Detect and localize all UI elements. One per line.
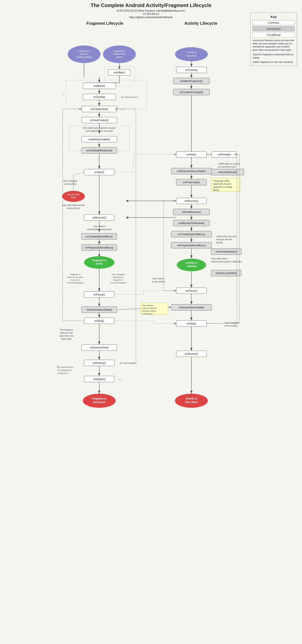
svg-text:Fragment is: Fragment is	[78, 50, 90, 52]
svg-text:destroyed: destroyed	[93, 401, 105, 404]
svg-text:Called when the user: Called when the user	[216, 235, 236, 238]
subtitle2: CC-BY-SA 4.0	[55, 13, 247, 15]
svg-text:layout: layout	[116, 56, 123, 58]
svg-line-55	[73, 172, 84, 175]
svg-text:interacts with the: interacts with the	[216, 238, 232, 241]
svg-text:killed: killed	[71, 196, 76, 199]
svg-text:onStop(): onStop()	[94, 319, 104, 322]
svg-text:onRestoreInstanceState(): onRestoreInstanceState()	[177, 170, 206, 173]
svg-text:onAttachedToWindow(): onAttachedToWindow()	[178, 222, 204, 225]
key-uncommon: Uncommon	[253, 26, 295, 31]
key-desc1: Uncommon lifecycle events are ones that …	[253, 39, 295, 51]
svg-text:Only called upon fragment crea: Only called upon fragment creation	[83, 127, 116, 129]
svg-text:active: active	[96, 262, 103, 265]
svg-text:added to: added to	[80, 53, 88, 55]
svg-text:removed/replaced: removed/replaced	[110, 282, 126, 284]
svg-text:setHasOptionsMenu(true): setHasOptionsMenu(true)	[87, 228, 111, 231]
svg-text:Only called when: Only called when	[211, 257, 228, 260]
svg-text:User navigates: User navigates	[111, 273, 125, 276]
svg-text:to the activity: to the activity	[225, 325, 237, 327]
svg-text:onCreate(): onCreate()	[185, 69, 197, 71]
svg-text:⊠ retainInstance: ⊠ retainInstance	[58, 366, 74, 368]
svg-text:onCreateOptionsMenu(): onCreateOptionsMenu()	[178, 233, 205, 236]
svg-text:Activity is: Activity is	[186, 51, 196, 53]
svg-text:running: running	[187, 265, 196, 267]
fragment-col-header: Fragment Lifecycle	[63, 21, 147, 26]
svg-text:onViewCreated(): onViewCreated()	[90, 119, 109, 122]
svg-text:onRestart(): onRestart()	[218, 153, 231, 156]
svg-text:onAttachFragment(): onAttachFragment()	[180, 80, 203, 83]
svg-text:onContentChanged(): onContentChanged()	[180, 91, 203, 94]
svg-text:any time before: any time before	[142, 310, 156, 312]
key-conditional: Conditional	[253, 32, 295, 37]
svg-text:launched: launched	[187, 54, 196, 57]
svg-text:onDestroy(): onDestroy()	[185, 353, 198, 355]
svg-text:layout from the: layout from the	[59, 335, 73, 337]
svg-text:onSaveInstanceState(): onSaveInstanceState()	[179, 306, 204, 309]
svg-text:returns to the: returns to the	[60, 332, 73, 334]
svg-text:onPrepareOptionsMenu(): onPrepareOptionsMenu()	[177, 244, 206, 247]
svg-text:onStart(): onStart()	[187, 153, 196, 156]
svg-text:Apps with higher priority: Apps with higher priority	[62, 204, 85, 206]
key-desc3: Added: fragment is in the view hierarchy	[253, 61, 295, 64]
svg-text:◁◁: ◁◁	[118, 378, 122, 381]
svg-text:onResume(): onResume()	[184, 200, 198, 202]
svg-text:onDestroyView(): onDestroyView()	[90, 346, 109, 349]
svg-text:Fragment is: Fragment is	[92, 397, 107, 400]
svg-text:onPostResume(): onPostResume()	[182, 211, 201, 213]
svg-text:onStop(): onStop()	[187, 322, 196, 325]
svg-text:onPause(): onPause()	[186, 289, 197, 292]
svg-text:onSaveInstanceState(): onSaveInstanceState()	[86, 308, 112, 311]
key-common: Common	[253, 20, 295, 25]
svg-text:This method: This method	[142, 304, 153, 307]
svg-text:may be called at: may be called at	[142, 307, 157, 309]
svg-text:reattached: reattached	[58, 372, 68, 374]
svg-text:removed/replaced: removed/replaced	[67, 282, 83, 284]
svg-text:Activity is: Activity is	[185, 397, 197, 400]
svg-text:back stack: back stack	[61, 338, 72, 340]
svg-text:▷: ▷	[62, 93, 64, 96]
svg-text:backward or: backward or	[113, 276, 124, 278]
svg-text:User navigates: User navigates	[63, 180, 78, 182]
svg-text:onPrepareOptionsMenu(): onPrepareOptionsMenu()	[85, 246, 114, 249]
svg-text:⊠ retainInstance: ⊠ retainInstance	[121, 96, 138, 98]
page-title: The Complete Android Activity/Fragment L…	[55, 3, 247, 8]
svg-text:Fragment is: Fragment is	[92, 259, 107, 262]
svg-text:to the activity: to the activity	[152, 280, 165, 283]
svg-text:Only called if: Only called if	[93, 225, 106, 228]
svg-text:The fragment: The fragment	[60, 329, 73, 331]
svg-text:need memory: need memory	[67, 207, 80, 209]
svg-text:Fragment is: Fragment is	[70, 273, 81, 276]
svg-text:User returns: User returns	[153, 277, 165, 280]
svg-text:onCreateView(): onCreateView()	[90, 108, 108, 111]
svg-text:onInflate(): onInflate()	[114, 71, 125, 74]
svg-text:onDestroy(): onDestroy()	[142, 313, 153, 315]
svg-text:you launched exits: you launched exits	[218, 166, 236, 168]
key-title: Key	[253, 15, 295, 19]
svg-text:onViewStateRestored(): onViewStateRestored()	[86, 149, 112, 152]
svg-text:◁◁: ◁◁	[120, 108, 124, 111]
svg-text:onActivityResult(): onActivityResult()	[218, 171, 237, 174]
svg-text:onResume(): onResume()	[92, 216, 106, 219]
svg-text:weird here if you're: weird here if you're	[213, 183, 231, 185]
svg-text:onDetach(): onDetach()	[93, 378, 105, 381]
lifecycle-diagram: Fragment is added to existing activity F…	[55, 28, 247, 633]
svg-text:Fragment is: Fragment is	[113, 50, 125, 52]
svg-text:library.: library.	[213, 189, 219, 191]
svg-text:onPause(): onPause()	[93, 293, 105, 296]
svg-text:inflated from: inflated from	[113, 53, 126, 55]
subtitle1: v0.9.0 2014-04-22 Steve Pomeroy <stevep@…	[55, 9, 247, 12]
svg-text:and reattachment, not restart: and reattachment, not restart	[85, 130, 113, 132]
svg-text:Activity is: Activity is	[185, 261, 197, 264]
svg-text:fragment is: fragment is	[113, 279, 123, 281]
svg-text:onUserLeaveHint(): onUserLeaveHint()	[216, 272, 237, 275]
key-desc2: Attached: fragment is associated with an…	[253, 53, 295, 59]
svg-text:shut down: shut down	[185, 401, 198, 404]
svg-text:the fragment is: the fragment is	[58, 369, 72, 371]
svg-text:Things get a little: Things get a little	[213, 180, 230, 182]
key-panel: Key Common Uncommon Conditional Uncommon…	[250, 13, 297, 66]
svg-text:stack, then: stack, then	[70, 279, 80, 281]
svg-text:activity: activity	[216, 241, 223, 244]
svg-text:onStart(): onStart()	[94, 171, 104, 174]
svg-text:onAttach(): onAttach()	[93, 85, 105, 87]
